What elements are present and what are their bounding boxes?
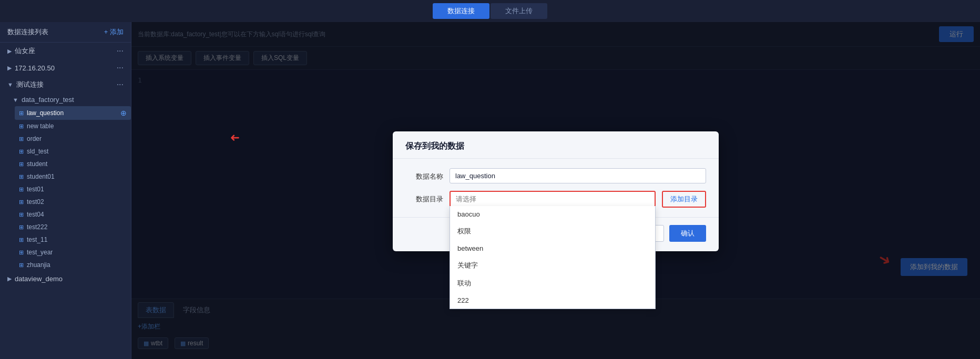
- dropdown-item-quanxian[interactable]: 权限: [450, 222, 655, 240]
- sidebar-group-test: ▼ 测试连接 ··· ▼ data_factory_test ⊞ law_que…: [0, 76, 131, 271]
- table-item-law-question[interactable]: ⊞ law_question ⊕: [15, 106, 131, 120]
- group-name-ip: 172.16.20.50: [15, 64, 55, 72]
- table-grid-icon-4: ⊞: [19, 148, 24, 155]
- table-name-test02: test02: [27, 198, 44, 206]
- table-grid-icon-7: ⊞: [19, 186, 24, 193]
- modal-title: 保存到我的数据: [405, 141, 464, 150]
- table-item-new-table[interactable]: ⊞ new table: [15, 120, 131, 132]
- add-connection-button[interactable]: + 添加: [104, 27, 124, 37]
- table-name-order: order: [27, 135, 42, 142]
- table-grid-icon-8: ⊞: [19, 199, 24, 206]
- table-grid-icon-10: ⊞: [19, 224, 24, 231]
- table-name-test11: test_11: [27, 236, 47, 243]
- dropdown-item-between[interactable]: between: [450, 240, 655, 257]
- subgroup-name: data_factory_test: [22, 96, 74, 104]
- sidebar-group-header-test[interactable]: ▼ 测试连接 ···: [0, 76, 131, 93]
- catalog-select-wrapper: baocuo 权限 between 关键字 联动 222: [450, 191, 656, 207]
- table-item-test-year[interactable]: ⊞ test_year: [15, 246, 131, 259]
- table-item-sld-test[interactable]: ⊞ sld_test: [15, 145, 131, 158]
- catalog-dropdown: baocuo 权限 between 关键字 联动 222: [450, 206, 656, 309]
- table-grid-icon-6: ⊞: [19, 173, 24, 180]
- table-grid-icon-2: ⊞: [19, 123, 24, 130]
- expand-icon: ▶: [7, 48, 12, 55]
- modal-overlay: ➜ 保存到我的数据 数据名称 数据目录: [131, 22, 980, 359]
- more-icon-test[interactable]: ···: [117, 80, 124, 89]
- modal-header: 保存到我的数据: [393, 131, 719, 159]
- catalog-row: 数据目录 baocuo 权限 between 关键字 联动 222: [405, 191, 706, 208]
- arrow-left-indicator: ➜: [230, 131, 240, 145]
- more-icon-xianvzu[interactable]: ···: [117, 46, 124, 56]
- sidebar-subgroup-data-factory: ▼ data_factory_test ⊞ law_question ⊕ ⊞ n…: [0, 93, 131, 271]
- table-name-test222: test222: [27, 223, 47, 231]
- table-item-test222[interactable]: ⊞ test222: [15, 221, 131, 233]
- table-item-test04[interactable]: ⊞ test04: [15, 208, 131, 221]
- table-name-law-question: law_question: [27, 109, 64, 117]
- dropdown-item-baocuo[interactable]: baocuo: [450, 206, 655, 222]
- table-name-test-year: test_year: [27, 249, 53, 256]
- sidebar-title: 数据连接列表: [7, 27, 48, 37]
- table-name-student01: student01: [27, 173, 55, 180]
- table-item-student01[interactable]: ⊞ student01: [15, 170, 131, 183]
- sidebar-group-xianvzu: ▶ 仙女座 ···: [0, 43, 131, 59]
- table-item-test02[interactable]: ⊞ test02: [15, 196, 131, 208]
- sidebar-group-header-xianvzu[interactable]: ▶ 仙女座 ···: [0, 43, 131, 59]
- dropdown-item-222[interactable]: 222: [450, 292, 655, 309]
- modal-body: 数据名称 数据目录 baocuo 权限 between 关键字: [393, 159, 719, 217]
- sidebar-header: 数据连接列表 + 添加: [0, 22, 131, 43]
- table-grid-icon: ⊞: [19, 110, 24, 117]
- sidebar-subgroup-header[interactable]: ▼ data_factory_test: [7, 93, 131, 106]
- table-name-zhuanjia: zhuanjia: [27, 261, 50, 269]
- sidebar-group-ip: ▶ 172.16.20.50 ···: [0, 59, 131, 76]
- data-name-row: 数据名称: [405, 168, 706, 183]
- top-nav: 数据连接 文件上传: [0, 0, 980, 22]
- table-grid-icon-3: ⊞: [19, 136, 24, 142]
- sidebar-table-list: ⊞ law_question ⊕ ⊞ new table ⊞ order: [7, 106, 131, 271]
- tab-file-upload[interactable]: 文件上传: [491, 3, 547, 19]
- table-grid-icon-5: ⊞: [19, 161, 24, 168]
- data-name-input[interactable]: [450, 168, 706, 183]
- sidebar-group-header-ip[interactable]: ▶ 172.16.20.50 ···: [0, 59, 131, 76]
- expand-icon-ip: ▶: [7, 65, 12, 71]
- table-item-test11[interactable]: ⊞ test_11: [15, 233, 131, 246]
- table-grid-icon-11: ⊞: [19, 237, 24, 243]
- table-item-test01[interactable]: ⊞ test01: [15, 183, 131, 196]
- data-name-label: 数据名称: [405, 168, 443, 181]
- confirm-button[interactable]: 确认: [669, 225, 706, 242]
- table-name-sld-test: sld_test: [27, 148, 48, 155]
- add-catalog-button[interactable]: 添加目录: [662, 191, 706, 208]
- dropdown-item-keywords[interactable]: 关键字: [450, 257, 655, 274]
- main-layout: 数据连接列表 + 添加 ▶ 仙女座 ··· ▶ 172.16.20.50 ···: [0, 22, 980, 359]
- add-table-icon[interactable]: ⊕: [120, 109, 127, 117]
- save-modal: 保存到我的数据 数据名称 数据目录 baocuo: [393, 131, 719, 251]
- catalog-select-input[interactable]: [451, 192, 655, 206]
- expand-icon-test: ▼: [7, 81, 13, 88]
- group-name-test: 测试连接: [16, 80, 44, 89]
- table-item-student[interactable]: ⊞ student: [15, 158, 131, 170]
- main-content: 当前数据库:data_factory_test|您可以在下方输入sql语句进行s…: [131, 22, 980, 359]
- sidebar-list: ▶ 仙女座 ··· ▶ 172.16.20.50 ··· ▼ 测试连接 ···: [0, 43, 131, 359]
- expand-icon-dataview: ▶: [7, 275, 12, 282]
- table-name-test01: test01: [27, 186, 44, 193]
- table-name-student: student: [27, 160, 47, 168]
- catalog-label: 数据目录: [405, 191, 443, 204]
- table-grid-icon-13: ⊞: [19, 262, 24, 269]
- group-name-xianvzu: 仙女座: [15, 46, 35, 56]
- sidebar-group-dataview: ▶ dataview_demo: [0, 271, 131, 286]
- sidebar: 数据连接列表 + 添加 ▶ 仙女座 ··· ▶ 172.16.20.50 ···: [0, 22, 131, 359]
- table-name-test04: test04: [27, 211, 44, 218]
- dropdown-item-liandong[interactable]: 联动: [450, 274, 655, 292]
- group-name-dataview: dataview_demo: [15, 275, 63, 283]
- tab-data-connection[interactable]: 数据连接: [433, 3, 489, 19]
- table-grid-icon-12: ⊞: [19, 249, 24, 256]
- table-item-order[interactable]: ⊞ order: [15, 132, 131, 145]
- more-icon-ip[interactable]: ···: [117, 63, 124, 73]
- expand-icon-factory: ▼: [13, 97, 18, 103]
- table-grid-icon-9: ⊞: [19, 211, 24, 218]
- table-name-new-table: new table: [27, 122, 54, 130]
- sidebar-group-header-dataview[interactable]: ▶ dataview_demo: [0, 271, 131, 286]
- table-item-zhuanjia[interactable]: ⊞ zhuanjia: [15, 259, 131, 271]
